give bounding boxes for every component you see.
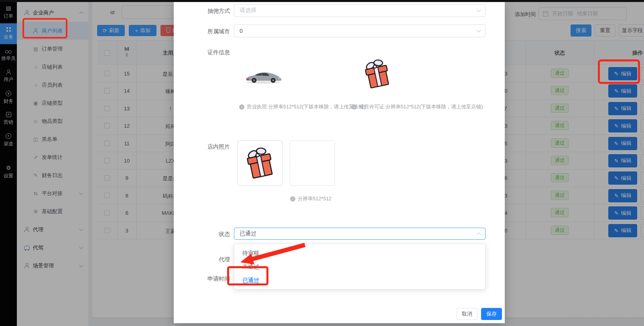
chevron-down-icon: [476, 7, 481, 12]
chevron-down-icon: [476, 28, 481, 32]
car-image: [244, 65, 283, 87]
status-option-approved[interactable]: 已通过: [234, 273, 485, 287]
agent-label: 代理: [186, 256, 230, 263]
status-select[interactable]: 已通过: [234, 228, 486, 240]
gift-image: [362, 58, 393, 90]
status-option-pending[interactable]: 待审核: [234, 246, 485, 260]
edit-merchant-modal: 抽佣方式 请选择 所属城市 0 证件信息: [174, 2, 505, 323]
shop-photos-label: 店内照片: [186, 143, 230, 151]
commission-select[interactable]: 请选择: [234, 4, 486, 17]
status-dropdown-panel: 待审核 未通过 已通过: [234, 244, 486, 289]
shop-photo-thumbnail[interactable]: [238, 141, 283, 186]
app-screen: ▤ 订单 业务 接单员 用户 财务 营销 渠道 ⚙ 设置: [0, 0, 644, 326]
chevron-up-icon: [476, 232, 481, 237]
status-label: 状态: [186, 231, 230, 238]
certificates-label: 证件信息: [186, 49, 230, 56]
photo-caption: 分辨率512*512: [290, 196, 331, 202]
info-icon: [351, 104, 357, 110]
city-select[interactable]: 0: [234, 24, 486, 37]
city-label: 所属城市: [186, 28, 230, 35]
license-caption: 营业执照:分辨率512*512(下版本移除，请上传至店铺): [239, 104, 366, 110]
business-permit-image[interactable]: [362, 58, 393, 90]
save-button[interactable]: 保存: [481, 308, 502, 320]
info-icon: [239, 104, 244, 110]
cancel-button[interactable]: 取消: [457, 308, 477, 320]
apply-time-label: 申请时间: [186, 275, 230, 283]
commission-label: 抽佣方式: [186, 8, 230, 15]
status-option-rejected[interactable]: 未通过: [234, 260, 485, 273]
photo-upload-dropzone[interactable]: [290, 141, 335, 186]
business-license-image[interactable]: [244, 65, 283, 87]
permit-caption: 经营许可证:分辨率512*512(下版本移除，请上传至店铺): [351, 104, 483, 110]
gift-image: [244, 146, 277, 181]
info-icon: [290, 196, 295, 202]
